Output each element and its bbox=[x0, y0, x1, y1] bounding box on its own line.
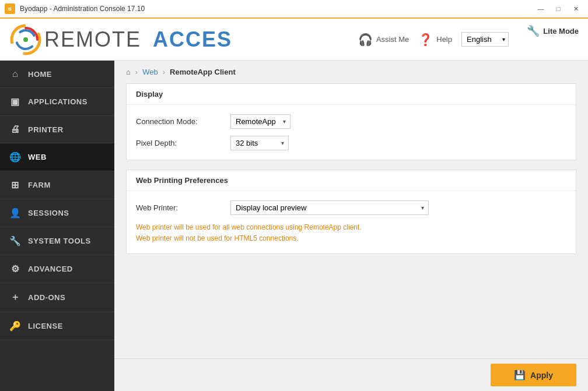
advanced-icon: ⚙ bbox=[9, 263, 21, 274]
sidebar-item-advanced-label: ADVANCED bbox=[28, 265, 73, 273]
web-printer-info-line1: Web printer will be used for all web con… bbox=[136, 222, 566, 233]
wrench-icon: 🔧 bbox=[527, 24, 540, 37]
web-icon: 🌐 bbox=[9, 152, 21, 163]
web-printer-info-line2: Web printer will not be used for HTML5 c… bbox=[136, 233, 566, 244]
breadcrumb-current: RemoteApp Client bbox=[170, 68, 236, 76]
help-label: Help bbox=[436, 35, 452, 44]
display-panel: Display Connection Mode: RemoteApp Deskt… bbox=[126, 83, 576, 160]
display-panel-body: Connection Mode: RemoteApp Desktop RDP P… bbox=[127, 105, 576, 160]
sidebar-item-web-label: WEB bbox=[28, 153, 47, 161]
sidebar-item-farm-label: FARM bbox=[28, 181, 51, 189]
close-button[interactable]: ✕ bbox=[568, 3, 583, 15]
window-title: Byodapp - Administration Console 17.10 bbox=[20, 5, 145, 13]
titlebar: B Byodapp - Administration Console 17.10… bbox=[0, 0, 588, 19]
sidebar-item-system-tools-label: SYSTEM TOOLS bbox=[28, 237, 91, 245]
content-panels: Display Connection Mode: RemoteApp Deskt… bbox=[114, 83, 588, 358]
breadcrumb: ⌂ › Web › RemoteApp Client bbox=[114, 61, 588, 83]
connection-mode-row: Connection Mode: RemoteApp Desktop RDP bbox=[136, 114, 566, 129]
connection-mode-label: Connection Mode: bbox=[136, 117, 223, 126]
header: REMOTE ACCES 🔧 Lite Mode 🎧 Assist Me ❓ H… bbox=[0, 19, 588, 61]
sidebar-item-home[interactable]: ⌂ HOME bbox=[0, 61, 114, 88]
logo-icon bbox=[9, 23, 42, 56]
language-select[interactable]: English French German Spanish bbox=[461, 32, 509, 47]
app-container: REMOTE ACCES 🔧 Lite Mode 🎧 Assist Me ❓ H… bbox=[0, 19, 588, 391]
web-printing-panel: Web Printing Preferences Web Printer: Di… bbox=[126, 170, 576, 254]
web-printer-label: Web Printer: bbox=[136, 203, 223, 212]
maximize-button[interactable]: □ bbox=[551, 3, 566, 15]
logo-area: REMOTE ACCES bbox=[9, 23, 232, 56]
logo-text: REMOTE ACCES bbox=[44, 27, 232, 52]
language-selector[interactable]: English French German Spanish bbox=[461, 32, 509, 47]
sidebar-item-advanced[interactable]: ⚙ ADVANCED bbox=[0, 255, 114, 283]
license-icon: 🔑 bbox=[9, 320, 21, 332]
apply-button[interactable]: 💾 Apply bbox=[491, 364, 576, 386]
help-icon: ❓ bbox=[418, 33, 433, 47]
sidebar-item-add-ons-label: ADD-ONS bbox=[28, 293, 65, 302]
assist-icon: 🎧 bbox=[358, 33, 373, 47]
sidebar-item-applications-label: APPLICATIONS bbox=[28, 97, 88, 106]
pixel-depth-select[interactable]: 32 bits 16 bits 8 bits bbox=[230, 136, 289, 150]
sidebar-item-farm[interactable]: ⊞ FARM bbox=[0, 171, 114, 199]
web-printer-select-wrapper: Display local preview None Default Print… bbox=[230, 200, 429, 215]
system-tools-icon: 🔧 bbox=[9, 235, 21, 246]
apply-label: Apply bbox=[530, 371, 553, 380]
help-button[interactable]: ❓ Help bbox=[418, 33, 452, 47]
sidebar-item-home-label: HOME bbox=[28, 70, 52, 79]
web-printing-panel-title: Web Printing Preferences bbox=[127, 170, 576, 191]
footer: 💾 Apply bbox=[114, 358, 588, 391]
web-printer-select[interactable]: Display local preview None Default Print… bbox=[230, 200, 429, 215]
main-content: ⌂ › Web › RemoteApp Client Display Conne… bbox=[114, 61, 588, 391]
apply-icon: 💾 bbox=[514, 369, 526, 381]
svg-text:B: B bbox=[8, 6, 12, 12]
titlebar-left: B Byodapp - Administration Console 17.10 bbox=[5, 3, 145, 14]
assist-me-label: Assist Me bbox=[376, 35, 409, 44]
body-area: ⌂ HOME ▣ APPLICATIONS 🖨 PRINTER 🌐 WEB ⊞ … bbox=[0, 61, 588, 391]
home-icon: ⌂ bbox=[9, 69, 21, 79]
breadcrumb-sep-2: › bbox=[163, 68, 165, 76]
sessions-icon: 👤 bbox=[9, 207, 21, 219]
farm-icon: ⊞ bbox=[9, 179, 21, 191]
sidebar-item-license[interactable]: 🔑 LICENSE bbox=[0, 312, 114, 340]
pixel-depth-row: Pixel Depth: 32 bits 16 bits 8 bits bbox=[136, 136, 566, 150]
applications-icon: ▣ bbox=[9, 96, 21, 107]
minimize-button[interactable]: — bbox=[533, 3, 548, 15]
breadcrumb-sep-1: › bbox=[135, 68, 138, 76]
sidebar-item-add-ons[interactable]: ＋ ADD-ONS bbox=[0, 283, 114, 312]
app-icon: B bbox=[5, 3, 15, 14]
sidebar-item-applications[interactable]: ▣ APPLICATIONS bbox=[0, 88, 114, 116]
logo-acces: ACCES bbox=[153, 27, 232, 51]
svg-point-4 bbox=[23, 37, 28, 42]
web-printer-row: Web Printer: Display local preview None … bbox=[136, 200, 566, 215]
pixel-depth-label: Pixel Depth: bbox=[136, 139, 223, 147]
web-printer-info: Web printer will be used for all web con… bbox=[136, 222, 566, 244]
web-printing-panel-body: Web Printer: Display local preview None … bbox=[127, 191, 576, 253]
add-ons-icon: ＋ bbox=[9, 291, 21, 304]
pixel-depth-select-wrapper: 32 bits 16 bits 8 bits bbox=[230, 136, 289, 150]
logo-remote: REMOTE bbox=[44, 27, 141, 51]
lite-mode-area[interactable]: 🔧 Lite Mode bbox=[527, 24, 579, 37]
display-panel-title: Display bbox=[127, 84, 576, 105]
sidebar-item-web[interactable]: 🌐 WEB bbox=[0, 143, 114, 171]
lite-mode-label: Lite Mode bbox=[543, 27, 579, 36]
window-controls: — □ ✕ bbox=[533, 3, 583, 15]
assist-me-button[interactable]: 🎧 Assist Me bbox=[358, 33, 409, 47]
sidebar-item-sessions-label: SESSIONS bbox=[28, 209, 69, 217]
sidebar-item-sessions[interactable]: 👤 SESSIONS bbox=[0, 199, 114, 227]
breadcrumb-home-icon[interactable]: ⌂ bbox=[126, 68, 131, 76]
sidebar-item-printer-label: PRINTER bbox=[28, 125, 64, 134]
sidebar: ⌂ HOME ▣ APPLICATIONS 🖨 PRINTER 🌐 WEB ⊞ … bbox=[0, 61, 114, 391]
header-actions: 🎧 Assist Me ❓ Help English French German… bbox=[358, 32, 509, 47]
connection-mode-select[interactable]: RemoteApp Desktop RDP bbox=[230, 114, 290, 129]
printer-icon: 🖨 bbox=[9, 124, 21, 135]
sidebar-item-printer[interactable]: 🖨 PRINTER bbox=[0, 116, 114, 143]
breadcrumb-web-link[interactable]: Web bbox=[142, 68, 158, 76]
sidebar-item-license-label: LICENSE bbox=[28, 322, 63, 330]
connection-mode-select-wrapper: RemoteApp Desktop RDP bbox=[230, 114, 290, 129]
sidebar-item-system-tools[interactable]: 🔧 SYSTEM TOOLS bbox=[0, 227, 114, 255]
